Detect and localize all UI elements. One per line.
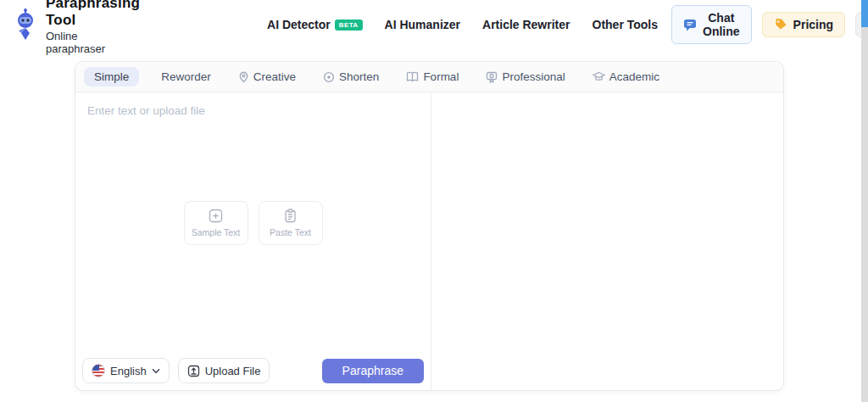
badge-icon: [486, 71, 498, 83]
nav-ai-detector[interactable]: AI Detector BETA: [267, 18, 362, 31]
tab-shorten[interactable]: Shorten: [318, 67, 384, 87]
nav-ai-humanizer[interactable]: AI Humanizer: [385, 18, 460, 31]
quick-actions: Sample Text Paste Text: [75, 201, 431, 245]
chat-bubble-icon: [683, 19, 697, 31]
tab-professional[interactable]: Professional: [481, 67, 570, 87]
plus-square-icon: [209, 209, 223, 223]
upload-icon: [187, 365, 200, 377]
input-placeholder: Enter text or upload file: [87, 104, 205, 117]
tab-simple[interactable]: Simple: [84, 67, 139, 87]
language-select[interactable]: English: [82, 358, 170, 383]
mode-tabbar: Simple Reworder Creative Shorten: [75, 62, 783, 92]
editor-toolbar: English Upload F: [82, 358, 424, 383]
upload-file-button[interactable]: Upload File: [178, 358, 270, 383]
brand[interactable]: Paraphrasing Tool Online paraphraser: [12, 0, 140, 55]
chat-online-button[interactable]: Chat Online: [671, 5, 752, 44]
robot-logo-icon: [12, 8, 39, 42]
book-icon: [406, 71, 419, 82]
tab-creative[interactable]: Creative: [233, 67, 301, 87]
sample-text-button[interactable]: Sample Text: [184, 201, 248, 245]
price-tag-icon: [774, 18, 787, 31]
clipboard-icon: [284, 209, 297, 223]
tab-reworder[interactable]: Reworder: [156, 67, 216, 87]
chevron-down-icon: [152, 368, 160, 374]
tab-formal[interactable]: Formal: [401, 67, 464, 87]
input-panel[interactable]: Enter text or upload file Sample Text: [75, 92, 431, 390]
header-actions: Chat Online Pricing Login: [671, 5, 868, 44]
output-panel: [431, 92, 783, 390]
paste-text-button[interactable]: Paste Text: [259, 201, 323, 245]
scrollbar-thumb[interactable]: [861, 0, 868, 27]
pricing-button[interactable]: Pricing: [762, 12, 845, 37]
header: Paraphrasing Tool Online paraphraser AI …: [0, 0, 854, 49]
beta-badge: BETA: [335, 20, 363, 31]
page-subtitle: Online paraphraser: [46, 30, 140, 55]
nav-other-tools[interactable]: Other Tools: [593, 18, 659, 31]
us-flag-icon: [92, 364, 105, 377]
vertical-scrollbar[interactable]: [861, 0, 868, 402]
graduation-cap-icon: [593, 71, 605, 82]
pin-icon: [238, 71, 249, 83]
tab-academic[interactable]: Academic: [587, 67, 665, 87]
paraphrase-button[interactable]: Paraphrase: [322, 359, 424, 383]
compress-icon: [323, 71, 335, 83]
paraphraser-card: Simple Reworder Creative Shorten: [75, 61, 784, 391]
nav-article-rewriter[interactable]: Article Rewriter: [482, 18, 570, 31]
main-nav: AI Detector BETA AI Humanizer Article Re…: [267, 18, 658, 31]
page-title: Paraphrasing Tool: [46, 0, 140, 29]
